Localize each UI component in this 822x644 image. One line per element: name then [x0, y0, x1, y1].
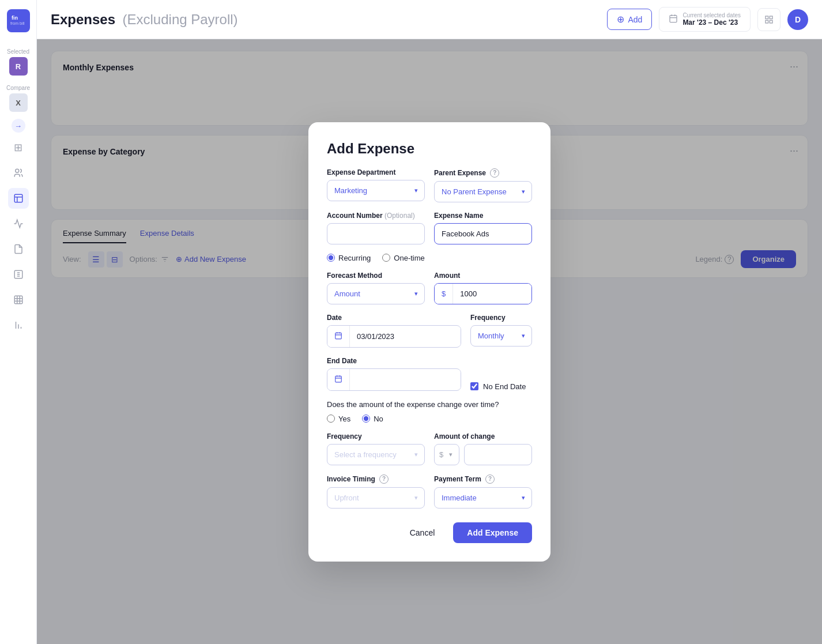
sidebar: fin from bill Selected R Compare X → ⊞: [0, 0, 37, 644]
recurring-radio[interactable]: [327, 254, 335, 262]
nav-dashboard-icon[interactable]: ⊞: [8, 137, 29, 158]
optional-label: (Optional): [384, 212, 415, 220]
amount-label: Amount: [434, 272, 532, 280]
parent-expense-select[interactable]: No Parent Expense: [434, 181, 532, 202]
no-end-date-checkbox-label[interactable]: No End Date: [470, 382, 532, 391]
expense-dept-group: Expense Department Marketing ▾: [327, 168, 425, 202]
no-end-date-checkbox[interactable]: [470, 382, 478, 390]
forecast-method-select-wrapper: Amount ▾: [327, 283, 425, 304]
forecast-method-group: Forecast Method Amount ▾: [327, 272, 425, 304]
recurring-radio-label[interactable]: Recurring: [327, 254, 371, 262]
change-amount-input[interactable]: [464, 444, 532, 465]
account-number-input[interactable]: [327, 223, 425, 244]
page-subtitle: (Excluding Payroll): [123, 12, 238, 27]
calendar-icon: [669, 14, 678, 25]
invoice-timing-help-icon[interactable]: ?: [379, 474, 389, 484]
cancel-button[interactable]: Cancel: [398, 522, 447, 543]
modal-footer: Cancel Add Expense: [327, 522, 532, 543]
one-time-radio[interactable]: [382, 254, 390, 262]
nav-report-icon[interactable]: [8, 315, 29, 336]
change-freq-amount-row: Frequency Select a frequency ▾ Amount of…: [327, 432, 532, 465]
expense-dept-select[interactable]: Marketing: [327, 180, 425, 201]
change-freq-group: Frequency Select a frequency ▾: [327, 432, 425, 465]
parent-expense-group: Parent Expense ? No Parent Expense ▾: [434, 168, 532, 202]
forecast-amount-row: Forecast Method Amount ▾ Amount $: [327, 272, 532, 304]
expense-name-group: Expense Name: [434, 212, 532, 244]
add-expense-modal: Add Expense Expense Department Marketing…: [308, 122, 550, 562]
forecast-method-select[interactable]: Amount: [327, 283, 425, 304]
grid-view-button[interactable]: [757, 8, 780, 31]
parent-expense-label: Parent Expense ?: [434, 168, 532, 178]
svg-rect-13: [770, 20, 772, 23]
change-amount-group: Amount of change $ ▾: [434, 432, 532, 465]
page-title-area: Expenses (Excluding Payroll): [51, 12, 238, 28]
change-yes-radio[interactable]: [327, 415, 335, 423]
sidebar-toggle[interactable]: →: [12, 119, 25, 133]
svg-rect-12: [766, 20, 768, 23]
one-time-radio-label[interactable]: One-time: [382, 254, 424, 262]
header-actions: ⊕ Add Current selected dates Mar '23 – D…: [607, 7, 808, 32]
end-date-input-group: [327, 368, 461, 391]
expense-dept-select-wrapper: Marketing ▾: [327, 180, 425, 201]
svg-text:from bill: from bill: [10, 21, 25, 25]
payment-term-select-wrapper: Immediate ▾: [434, 487, 532, 509]
selected-label: Selected: [7, 48, 29, 55]
modal-overlay[interactable]: Add Expense Expense Department Marketing…: [37, 39, 822, 644]
nav-file-icon[interactable]: [8, 239, 29, 259]
frequency-group: Frequency Monthly ▾: [470, 314, 532, 348]
nav-people-icon[interactable]: [8, 163, 29, 183]
invoice-payment-row: Invoice Timing ? Upfront ▾ Payment Ter: [327, 474, 532, 509]
account-name-row: Account Number (Optional) Expense Name: [327, 212, 532, 244]
change-yes-label[interactable]: Yes: [327, 415, 350, 423]
nav-invoice-icon[interactable]: [8, 264, 29, 285]
change-freq-select[interactable]: Select a frequency: [327, 444, 425, 465]
expense-name-input[interactable]: [434, 223, 532, 244]
invoice-timing-select[interactable]: Upfront: [327, 487, 425, 509]
modal-title: Add Expense: [327, 141, 532, 157]
date-range-selector[interactable]: Current selected dates Mar '23 – Dec '23: [659, 7, 751, 32]
svg-rect-11: [770, 16, 772, 19]
payment-term-help-icon[interactable]: ?: [485, 474, 495, 484]
selected-avatar[interactable]: R: [9, 57, 28, 76]
invoice-timing-label: Invoice Timing ?: [327, 474, 425, 484]
change-currency-select-wrapper: $ ▾: [434, 444, 459, 465]
end-date-group: End Date: [327, 357, 461, 391]
nav-chart-icon[interactable]: [8, 213, 29, 234]
parent-expense-help-icon[interactable]: ?: [490, 168, 499, 178]
add-button[interactable]: ⊕ Add: [607, 9, 652, 30]
date-calendar-icon: [327, 326, 350, 347]
main-area: Expenses (Excluding Payroll) ⊕ Add Curre…: [37, 0, 822, 644]
no-end-date-group: No End Date: [470, 357, 532, 391]
nav-table-icon[interactable]: [8, 289, 29, 310]
svg-rect-21: [335, 376, 342, 382]
date-input[interactable]: [350, 326, 461, 347]
sidebar-compare-section: Compare X: [0, 80, 36, 112]
end-date-input[interactable]: [350, 370, 461, 390]
account-number-group: Account Number (Optional): [327, 212, 425, 244]
page-title: Expenses: [51, 12, 115, 27]
change-currency-select[interactable]: $: [434, 444, 459, 465]
compare-avatar[interactable]: X: [9, 93, 28, 112]
compare-label: Compare: [6, 85, 30, 91]
submit-button[interactable]: Add Expense: [453, 522, 532, 543]
page-content: Monthly Expenses ··· Expense by Category…: [37, 39, 822, 644]
account-number-label: Account Number (Optional): [327, 212, 425, 220]
change-no-label[interactable]: No: [362, 415, 383, 423]
change-no-radio[interactable]: [362, 415, 370, 423]
frequency-select[interactable]: Monthly: [470, 325, 532, 347]
svg-rect-6: [670, 15, 677, 22]
date-range-info: Current selected dates Mar '23 – Dec '23: [683, 12, 741, 27]
svg-point-3: [15, 169, 18, 172]
date-frequency-row: Date Frequency: [327, 314, 532, 348]
forecast-method-label: Forecast Method: [327, 272, 425, 280]
change-amount-label: Amount of change: [434, 432, 532, 440]
payment-term-select[interactable]: Immediate: [434, 487, 532, 509]
date-label: Date: [327, 314, 461, 322]
expense-type-radio-group: Recurring One-time: [327, 254, 532, 262]
end-date-row: End Date No: [327, 357, 532, 391]
amount-input[interactable]: [453, 284, 531, 304]
nav-expenses-icon[interactable]: [8, 188, 29, 209]
invoice-timing-group: Invoice Timing ? Upfront ▾: [327, 474, 425, 509]
user-avatar[interactable]: D: [787, 9, 808, 30]
expense-name-label: Expense Name: [434, 212, 532, 220]
